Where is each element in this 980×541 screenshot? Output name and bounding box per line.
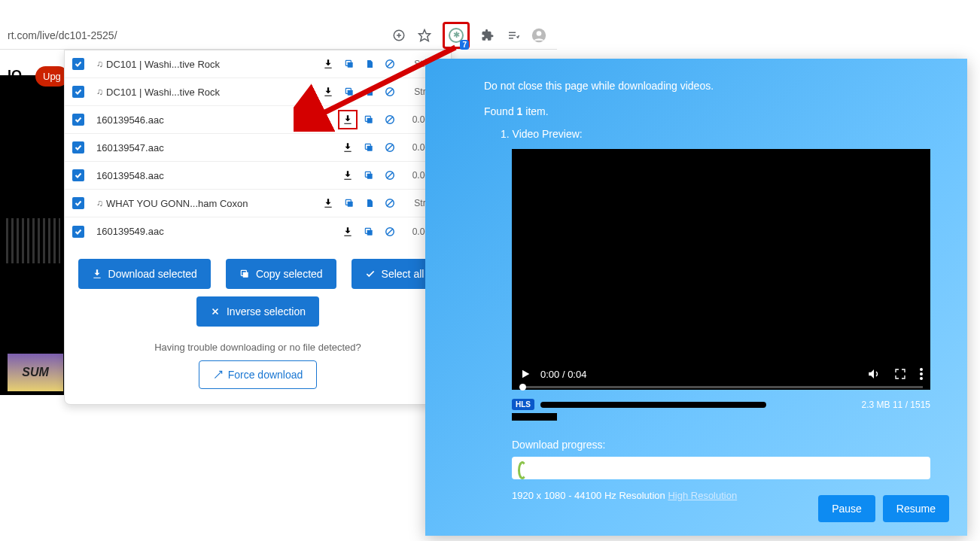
download-buttons: Pause Resume (818, 495, 949, 522)
inverse-selection-button[interactable]: Inverse selection (196, 296, 319, 327)
file-list-panel: ♫DC101 | Washi...tive RockStream♫DC101 |… (64, 50, 452, 405)
download-icon[interactable] (338, 110, 358, 129)
file-name: 160139546.aac (96, 114, 342, 126)
extension-icon[interactable]: ✱ 7 (443, 22, 470, 49)
copy-icon[interactable] (364, 142, 374, 153)
svg-rect-9 (348, 62, 353, 68)
copy-selected-button[interactable]: Copy selected (226, 259, 336, 289)
download-selected-label: Download selected (108, 268, 197, 280)
resolution-text: 1920 x 1080 - 44100 Hz Resolution (512, 490, 668, 501)
download-icon[interactable] (342, 170, 353, 181)
download-icon[interactable] (323, 198, 333, 208)
row-checkbox[interactable] (72, 58, 84, 70)
copy-icon[interactable] (364, 170, 374, 181)
found-suffix: item. (522, 105, 548, 117)
row-checkbox[interactable] (72, 226, 84, 238)
svg-rect-37 (243, 272, 248, 278)
found-text: Found 1 item. (448, 105, 945, 117)
file-row: 160139547.aac0.06MB (65, 134, 451, 162)
warning-text: Do not close this page while downloading… (448, 80, 945, 92)
download-icon[interactable] (342, 142, 353, 153)
play-icon[interactable] (519, 368, 531, 380)
resume-button[interactable]: Resume (883, 495, 949, 522)
copy-icon[interactable] (344, 59, 355, 69)
svg-rect-13 (348, 90, 353, 96)
block-icon[interactable] (385, 59, 395, 69)
star-icon[interactable] (417, 28, 432, 43)
svg-line-12 (387, 61, 393, 67)
more-icon[interactable] (920, 368, 923, 380)
file-row: 160139549.aac0.06MB (65, 217, 451, 245)
url-bar[interactable]: rt.com/live/dc101-2525/ (0, 29, 391, 41)
file-icon[interactable] (365, 198, 374, 208)
svg-rect-17 (367, 118, 373, 123)
file-icon[interactable] (365, 59, 374, 69)
video-preview[interactable]: 0:00 / 0:04 (512, 149, 930, 390)
svg-rect-29 (348, 202, 353, 207)
video-progress-bar[interactable] (519, 386, 923, 388)
select-all-label: Select all (382, 268, 425, 280)
svg-rect-21 (367, 146, 373, 151)
action-buttons-row-2: Inverse selection (65, 296, 451, 334)
file-row: 160139546.aac0.06MB (65, 106, 451, 134)
file-name: 160139548.aac (96, 170, 342, 181)
svg-line-24 (387, 144, 393, 150)
download-icon[interactable] (342, 226, 353, 237)
svg-point-8 (537, 31, 542, 36)
svg-rect-33 (367, 229, 373, 235)
music-note-icon: ♫ (96, 198, 103, 208)
download-panel: Do not close this page while downloading… (425, 59, 967, 536)
file-icon[interactable] (365, 87, 374, 97)
row-checkbox[interactable] (72, 141, 84, 153)
copy-icon[interactable] (344, 198, 355, 208)
puzzle-icon[interactable] (480, 28, 495, 43)
reading-list-icon[interactable] (506, 28, 521, 43)
row-actions (323, 198, 395, 208)
bg-thumb: SUM (8, 354, 63, 391)
row-actions (342, 170, 395, 181)
svg-line-20 (387, 117, 393, 123)
svg-point-46 (920, 377, 923, 380)
copy-selected-label: Copy selected (256, 268, 323, 280)
download-selected-button[interactable]: Download selected (78, 259, 211, 289)
add-icon[interactable] (391, 28, 406, 43)
file-name: 160139547.aac (96, 142, 342, 153)
block-icon[interactable] (385, 114, 395, 125)
row-actions (342, 226, 395, 237)
svg-line-28 (387, 172, 393, 178)
row-actions (323, 59, 395, 69)
download-icon[interactable] (323, 59, 333, 69)
row-checkbox[interactable] (72, 169, 84, 181)
block-icon[interactable] (385, 87, 395, 97)
copy-icon[interactable] (364, 114, 374, 125)
row-checkbox[interactable] (72, 114, 84, 126)
force-download-button[interactable]: Force download (199, 360, 318, 389)
block-icon[interactable] (385, 198, 395, 208)
row-checkbox[interactable] (72, 86, 84, 98)
hls-badge: HLS (512, 399, 534, 410)
download-icon[interactable] (323, 87, 333, 97)
trouble-section: Having trouble downloading or no file de… (65, 334, 451, 404)
fullscreen-icon[interactable] (894, 368, 906, 380)
row-actions (323, 87, 395, 97)
music-note-icon: ♫ (96, 87, 103, 97)
block-icon[interactable] (385, 226, 395, 237)
copy-icon[interactable] (364, 226, 374, 237)
block-icon[interactable] (385, 170, 395, 181)
svg-line-16 (387, 89, 393, 95)
file-row: ♫DC101 | Washi...tive RockStream (65, 78, 451, 106)
row-actions (342, 142, 395, 153)
volume-icon[interactable] (867, 367, 881, 381)
svg-rect-25 (367, 174, 373, 179)
profile-icon[interactable] (531, 28, 546, 43)
pause-button[interactable]: Pause (818, 495, 875, 522)
block-icon[interactable] (385, 142, 395, 153)
row-checkbox[interactable] (72, 197, 84, 209)
hls-meta: 2.3 MB 11 / 1515 (862, 400, 930, 410)
inverse-selection-label: Inverse selection (227, 305, 306, 318)
copy-icon[interactable] (344, 87, 355, 97)
extension-badge: 7 (460, 40, 469, 50)
svg-line-41 (215, 371, 221, 378)
hls-strip (512, 413, 557, 421)
resolution-link[interactable]: High Resolution (668, 490, 737, 501)
